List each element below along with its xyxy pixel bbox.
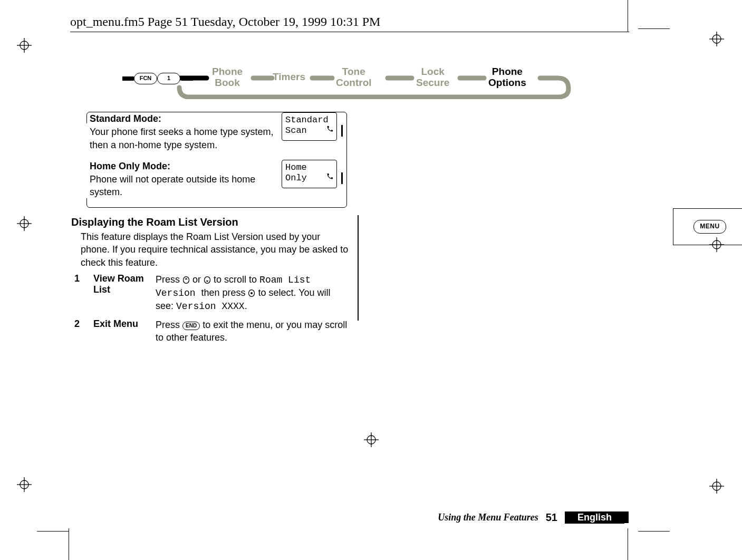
footer-caption: Using the Menu Features xyxy=(438,512,538,523)
step-text: Press xyxy=(156,274,182,285)
phone-icon xyxy=(326,173,333,184)
nav-phone-options: PhoneOptions xyxy=(488,66,526,89)
step-label: View Roam List xyxy=(93,273,151,313)
step-text: Press xyxy=(156,320,182,330)
mode-standard-row: Standard Mode: Your phone first seeks a … xyxy=(90,112,343,151)
registration-mark-icon xyxy=(364,432,379,447)
step-text: to scroll to xyxy=(214,274,259,285)
roam-list-version-section: Displaying the Roam List Version This fe… xyxy=(71,216,351,344)
lcd-display-standard: Standard Scan xyxy=(282,112,337,141)
display-text: Version XXXX xyxy=(176,301,245,312)
select-key-icon xyxy=(248,287,255,298)
mode-title: Standard Mode: xyxy=(90,112,275,125)
crop-mark xyxy=(628,0,628,32)
section-paragraph: This feature displays the Roam List Vers… xyxy=(81,230,351,269)
mode-title: Home Only Mode: xyxy=(90,160,275,172)
menu-path-banner: FCN 1 PhoneBook Timers ToneControl LockS… xyxy=(122,69,572,99)
nav-phone-book: PhoneBook xyxy=(212,66,243,89)
nav-timers: Timers xyxy=(273,72,305,83)
column-divider xyxy=(358,215,359,321)
signal-bar-icon xyxy=(341,125,343,137)
registration-mark-icon xyxy=(709,32,724,46)
step-text: . xyxy=(245,301,247,311)
menu-tab-label: MENU xyxy=(693,220,726,234)
crop-mark xyxy=(69,528,69,560)
nav-lock-secure: LockSecure xyxy=(416,66,449,89)
svg-point-24 xyxy=(250,292,253,294)
phone-icon xyxy=(326,125,333,136)
lcd-line2: Only xyxy=(285,173,307,184)
crop-mark xyxy=(638,531,670,532)
scroll-up-key-icon xyxy=(182,274,190,285)
svg-point-22 xyxy=(205,277,210,284)
footer-trailing-bar-icon xyxy=(624,511,629,523)
scroll-down-key-icon xyxy=(204,274,211,285)
step-text: or xyxy=(192,274,204,285)
mode-desc: Your phone first seeks a home type syste… xyxy=(90,125,275,151)
page-footer: Using the Menu Features 51 English xyxy=(69,510,629,524)
step-body: Press or to scroll to Roam List Version … xyxy=(156,273,351,313)
step-body: Press END to exit the menu, or you may s… xyxy=(156,318,351,344)
file-header-line: opt_menu.fm5 Page 51 Tuesday, October 19… xyxy=(70,15,380,29)
step-label: Exit Menu xyxy=(93,318,151,344)
modes-block: Standard Mode: Your phone first seeks a … xyxy=(90,112,343,207)
registration-mark-icon xyxy=(709,479,724,494)
mode-home-only-row: Home Only Mode: Phone will not operate o… xyxy=(90,160,343,199)
end-key-icon: END xyxy=(182,322,200,330)
crop-mark xyxy=(37,531,69,532)
step-text: then press xyxy=(201,287,248,298)
registration-mark-icon xyxy=(17,38,32,53)
mode-desc: Phone will not operate outside its home … xyxy=(90,173,275,199)
nav-tone-control: ToneControl xyxy=(336,66,372,89)
lcd-line1: Standard xyxy=(285,115,333,125)
language-tag: English xyxy=(565,511,624,524)
lcd-line2: Scan xyxy=(285,125,307,136)
step-number: 2 xyxy=(74,318,89,344)
step-number: 1 xyxy=(74,273,89,313)
crop-mark xyxy=(638,28,670,29)
lcd-line1: Home xyxy=(285,162,333,173)
signal-bar-icon xyxy=(341,172,343,184)
page-number: 51 xyxy=(546,511,557,524)
lcd-display-home-only: Home Only xyxy=(282,160,337,188)
registration-mark-icon xyxy=(17,477,32,492)
svg-point-21 xyxy=(184,277,189,284)
crop-mark xyxy=(628,528,628,560)
registration-mark-icon xyxy=(17,216,32,231)
header-rule xyxy=(70,32,629,32)
section-heading: Displaying the Roam List Version xyxy=(71,216,351,228)
